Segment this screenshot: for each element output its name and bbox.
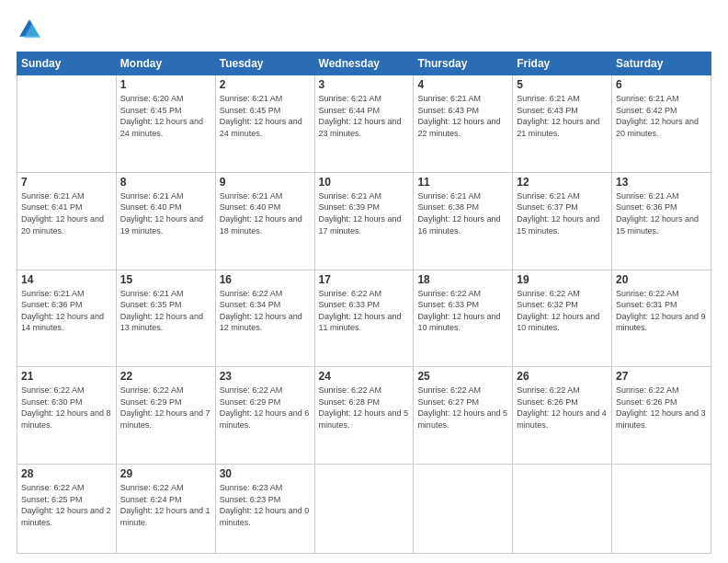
calendar-cell: 25Sunrise: 6:22 AM Sunset: 6:27 PM Dayli…: [414, 367, 513, 465]
day-number: 7: [21, 176, 112, 189]
header: [17, 17, 711, 42]
day-info: Sunrise: 6:21 AM Sunset: 6:37 PM Dayligh…: [517, 190, 608, 236]
day-number: 24: [319, 370, 410, 383]
day-info: Sunrise: 6:22 AM Sunset: 6:24 PM Dayligh…: [120, 482, 211, 528]
day-number: 23: [220, 370, 311, 383]
calendar-cell: 21Sunrise: 6:22 AM Sunset: 6:30 PM Dayli…: [17, 367, 117, 465]
calendar-cell: 27Sunrise: 6:22 AM Sunset: 6:26 PM Dayli…: [612, 367, 711, 465]
day-info: Sunrise: 6:22 AM Sunset: 6:26 PM Dayligh…: [517, 385, 608, 431]
calendar-cell: [314, 465, 414, 554]
day-number: 26: [517, 370, 608, 383]
calendar-cell: 10Sunrise: 6:21 AM Sunset: 6:39 PM Dayli…: [314, 172, 414, 270]
day-number: 20: [616, 273, 707, 286]
day-info: Sunrise: 6:21 AM Sunset: 6:36 PM Dayligh…: [21, 288, 112, 334]
day-number: 28: [21, 467, 112, 480]
col-header-friday: Friday: [513, 52, 612, 75]
calendar-cell: 2Sunrise: 6:21 AM Sunset: 6:45 PM Daylig…: [215, 75, 314, 173]
day-number: 14: [21, 273, 112, 286]
day-number: 29: [120, 467, 211, 480]
day-number: 6: [616, 78, 707, 91]
day-info: Sunrise: 6:21 AM Sunset: 6:43 PM Dayligh…: [517, 93, 608, 139]
day-info: Sunrise: 6:23 AM Sunset: 6:23 PM Dayligh…: [220, 482, 311, 528]
day-number: 30: [220, 467, 311, 480]
calendar-cell: 13Sunrise: 6:21 AM Sunset: 6:36 PM Dayli…: [612, 172, 711, 270]
calendar-cell: 3Sunrise: 6:21 AM Sunset: 6:44 PM Daylig…: [314, 75, 414, 173]
calendar-table: SundayMondayTuesdayWednesdayThursdayFrid…: [17, 52, 711, 554]
calendar-cell: 30Sunrise: 6:23 AM Sunset: 6:23 PM Dayli…: [215, 465, 314, 554]
day-number: 19: [517, 273, 608, 286]
calendar-cell: [17, 75, 117, 173]
day-number: 1: [120, 78, 211, 91]
day-info: Sunrise: 6:21 AM Sunset: 6:40 PM Dayligh…: [120, 190, 211, 236]
day-info: Sunrise: 6:22 AM Sunset: 6:30 PM Dayligh…: [21, 385, 112, 431]
calendar-cell: 16Sunrise: 6:22 AM Sunset: 6:34 PM Dayli…: [215, 270, 314, 367]
day-info: Sunrise: 6:20 AM Sunset: 6:45 PM Dayligh…: [120, 93, 211, 139]
col-header-saturday: Saturday: [612, 52, 711, 75]
calendar-cell: 4Sunrise: 6:21 AM Sunset: 6:43 PM Daylig…: [414, 75, 513, 173]
day-info: Sunrise: 6:22 AM Sunset: 6:32 PM Dayligh…: [517, 288, 608, 334]
day-number: 17: [319, 273, 410, 286]
calendar-cell: 19Sunrise: 6:22 AM Sunset: 6:32 PM Dayli…: [513, 270, 612, 367]
calendar-cell: 5Sunrise: 6:21 AM Sunset: 6:43 PM Daylig…: [513, 75, 612, 173]
day-info: Sunrise: 6:22 AM Sunset: 6:28 PM Dayligh…: [319, 385, 410, 431]
day-number: 13: [616, 176, 707, 189]
calendar-cell: [414, 465, 513, 554]
day-info: Sunrise: 6:22 AM Sunset: 6:26 PM Dayligh…: [616, 385, 707, 431]
day-info: Sunrise: 6:22 AM Sunset: 6:33 PM Dayligh…: [319, 288, 410, 334]
day-info: Sunrise: 6:21 AM Sunset: 6:43 PM Dayligh…: [417, 93, 508, 139]
day-number: 16: [220, 273, 311, 286]
calendar-week-1: 1Sunrise: 6:20 AM Sunset: 6:45 PM Daylig…: [17, 75, 711, 173]
day-info: Sunrise: 6:22 AM Sunset: 6:34 PM Dayligh…: [220, 288, 311, 334]
day-number: 22: [120, 370, 211, 383]
day-number: 2: [220, 78, 311, 91]
calendar-cell: 28Sunrise: 6:22 AM Sunset: 6:25 PM Dayli…: [17, 465, 117, 554]
calendar-cell: 18Sunrise: 6:22 AM Sunset: 6:33 PM Dayli…: [414, 270, 513, 367]
calendar-cell: [612, 465, 711, 554]
day-info: Sunrise: 6:22 AM Sunset: 6:31 PM Dayligh…: [616, 288, 707, 334]
col-header-thursday: Thursday: [414, 52, 513, 75]
day-number: 27: [616, 370, 707, 383]
day-info: Sunrise: 6:22 AM Sunset: 6:25 PM Dayligh…: [21, 482, 112, 528]
day-number: 15: [120, 273, 211, 286]
day-number: 25: [417, 370, 508, 383]
day-number: 9: [220, 176, 311, 189]
calendar-cell: 17Sunrise: 6:22 AM Sunset: 6:33 PM Dayli…: [314, 270, 414, 367]
col-header-tuesday: Tuesday: [215, 52, 314, 75]
calendar-cell: 6Sunrise: 6:21 AM Sunset: 6:42 PM Daylig…: [612, 75, 711, 173]
day-info: Sunrise: 6:22 AM Sunset: 6:33 PM Dayligh…: [417, 288, 508, 334]
day-info: Sunrise: 6:21 AM Sunset: 6:40 PM Dayligh…: [220, 190, 311, 236]
day-number: 4: [417, 78, 508, 91]
day-number: 10: [319, 176, 410, 189]
calendar-cell: 9Sunrise: 6:21 AM Sunset: 6:40 PM Daylig…: [215, 172, 314, 270]
day-info: Sunrise: 6:21 AM Sunset: 6:42 PM Dayligh…: [616, 93, 707, 139]
calendar-week-4: 21Sunrise: 6:22 AM Sunset: 6:30 PM Dayli…: [17, 367, 711, 465]
day-number: 3: [319, 78, 410, 91]
calendar-cell: 12Sunrise: 6:21 AM Sunset: 6:37 PM Dayli…: [513, 172, 612, 270]
logo: [17, 17, 46, 42]
calendar-header-row: SundayMondayTuesdayWednesdayThursdayFrid…: [17, 52, 711, 75]
day-number: 18: [417, 273, 508, 286]
col-header-wednesday: Wednesday: [314, 52, 414, 75]
day-info: Sunrise: 6:21 AM Sunset: 6:44 PM Dayligh…: [319, 93, 410, 139]
calendar-cell: 23Sunrise: 6:22 AM Sunset: 6:29 PM Dayli…: [215, 367, 314, 465]
day-info: Sunrise: 6:22 AM Sunset: 6:29 PM Dayligh…: [120, 385, 211, 431]
day-info: Sunrise: 6:21 AM Sunset: 6:36 PM Dayligh…: [616, 190, 707, 236]
calendar-cell: 20Sunrise: 6:22 AM Sunset: 6:31 PM Dayli…: [612, 270, 711, 367]
calendar-week-5: 28Sunrise: 6:22 AM Sunset: 6:25 PM Dayli…: [17, 465, 711, 554]
logo-icon: [17, 17, 42, 42]
calendar-cell: 8Sunrise: 6:21 AM Sunset: 6:40 PM Daylig…: [116, 172, 215, 270]
calendar-cell: 11Sunrise: 6:21 AM Sunset: 6:38 PM Dayli…: [414, 172, 513, 270]
calendar-week-2: 7Sunrise: 6:21 AM Sunset: 6:41 PM Daylig…: [17, 172, 711, 270]
day-info: Sunrise: 6:21 AM Sunset: 6:35 PM Dayligh…: [120, 288, 211, 334]
calendar-cell: 24Sunrise: 6:22 AM Sunset: 6:28 PM Dayli…: [314, 367, 414, 465]
day-number: 21: [21, 370, 112, 383]
calendar-cell: 15Sunrise: 6:21 AM Sunset: 6:35 PM Dayli…: [116, 270, 215, 367]
col-header-monday: Monday: [116, 52, 215, 75]
calendar-cell: 29Sunrise: 6:22 AM Sunset: 6:24 PM Dayli…: [116, 465, 215, 554]
day-number: 11: [417, 176, 508, 189]
calendar-cell: 26Sunrise: 6:22 AM Sunset: 6:26 PM Dayli…: [513, 367, 612, 465]
col-header-sunday: Sunday: [17, 52, 117, 75]
day-info: Sunrise: 6:21 AM Sunset: 6:39 PM Dayligh…: [319, 190, 410, 236]
day-info: Sunrise: 6:21 AM Sunset: 6:45 PM Dayligh…: [220, 93, 311, 139]
day-number: 5: [517, 78, 608, 91]
